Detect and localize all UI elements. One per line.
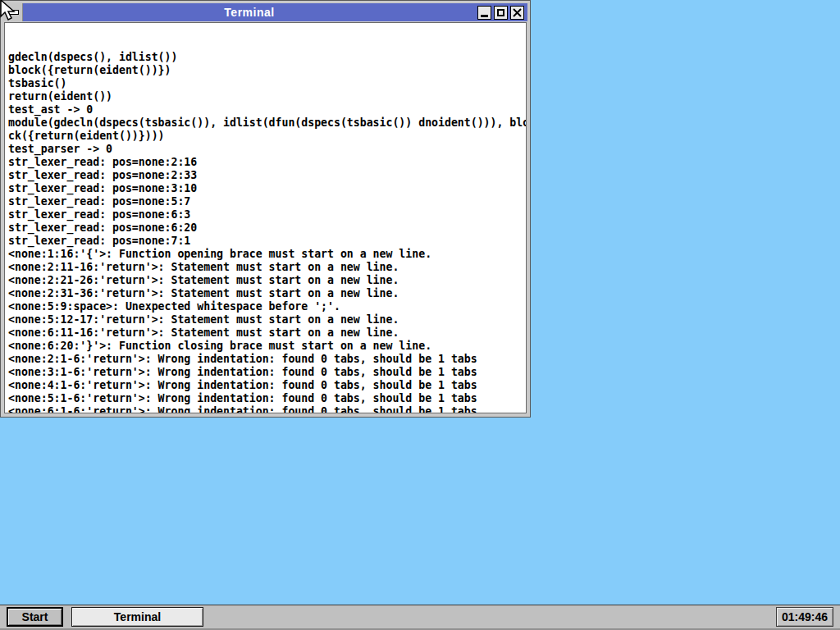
terminal-line: ck({return(eident())}))) <box>8 130 526 143</box>
terminal-line: <none:2:21-26:'return'>: Statement must … <box>8 274 526 287</box>
terminal-line: <none:6:20:'}'>: Function closing brace … <box>8 340 526 353</box>
taskbar-clock: 01:49:46 <box>776 607 833 627</box>
terminal-line: test_parser -> 0 <box>8 143 526 156</box>
terminal-line: return(eident()) <box>8 90 526 103</box>
terminal-line: <none:5:12-17:'return'>: Statement must … <box>8 313 526 326</box>
task-button-terminal[interactable]: Terminal <box>71 607 203 627</box>
terminal-line: str_lexer_read: pos=none:6:20 <box>8 221 526 235</box>
window-controls <box>476 3 527 21</box>
close-icon <box>513 8 522 17</box>
terminal-line: gdecln(dspecs(), idlist()) <box>8 51 526 64</box>
terminal-line: <none:1:16:'{'>: Function opening brace … <box>8 248 526 261</box>
terminal-output[interactable]: gdecln(dspecs(), idlist())block({return(… <box>4 22 527 413</box>
terminal-line: <none:6:1-6:'return'>: Wrong indentation… <box>8 405 526 413</box>
close-button[interactable] <box>510 6 524 20</box>
terminal-line: test_ast -> 0 <box>8 103 526 116</box>
maximize-icon <box>497 9 504 16</box>
terminal-line: <none:3:1-6:'return'>: Wrong indentation… <box>8 366 526 379</box>
terminal-line: str_lexer_read: pos=none:6:3 <box>8 208 526 221</box>
taskbar: Start Terminal 01:49:46 <box>0 605 840 630</box>
start-button[interactable]: Start <box>7 607 63 627</box>
terminal-line: str_lexer_read: pos=none:5:7 <box>8 195 526 208</box>
window-menu-dash-icon <box>7 10 19 15</box>
titlebar: Terminal <box>3 3 527 21</box>
terminal-window: Terminal gdecln(dspecs(), idlist())block… <box>0 0 531 418</box>
terminal-lines: gdecln(dspecs(), idlist())block({return(… <box>8 51 526 413</box>
terminal-line: <none:2:31-36:'return'>: Statement must … <box>8 287 526 300</box>
minimize-icon <box>481 15 488 17</box>
terminal-line: str_lexer_read: pos=none:3:10 <box>8 182 526 195</box>
titlebar-drag-area[interactable]: Terminal <box>23 3 476 21</box>
terminal-line: block({return(eident())}) <box>8 64 526 77</box>
terminal-line: <none:2:1-6:'return'>: Wrong indentation… <box>8 353 526 366</box>
terminal-line: <none:4:1-6:'return'>: Wrong indentation… <box>8 379 526 392</box>
window-title: Terminal <box>224 6 274 19</box>
terminal-line: <none:5:1-6:'return'>: Wrong indentation… <box>8 392 526 405</box>
terminal-line: <none:5:9:space>: Unexpected whitespace … <box>8 300 526 313</box>
minimize-button[interactable] <box>477 6 491 20</box>
terminal-line: <none:2:11-16:'return'>: Statement must … <box>8 261 526 274</box>
terminal-line: tsbasic() <box>8 77 526 90</box>
terminal-line: <none:6:11-16:'return'>: Statement must … <box>8 326 526 340</box>
terminal-line: module(gdecln(dspecs(tsbasic()), idlist(… <box>8 116 526 130</box>
terminal-line: str_lexer_read: pos=none:2:33 <box>8 169 526 182</box>
maximize-button[interactable] <box>494 6 508 20</box>
terminal-line: str_lexer_read: pos=none:7:1 <box>8 235 526 248</box>
desktop: { "window": { "title": "Terminal", "titl… <box>0 0 840 630</box>
window-menu-button[interactable] <box>3 3 23 21</box>
terminal-line: str_lexer_read: pos=none:2:16 <box>8 156 526 169</box>
